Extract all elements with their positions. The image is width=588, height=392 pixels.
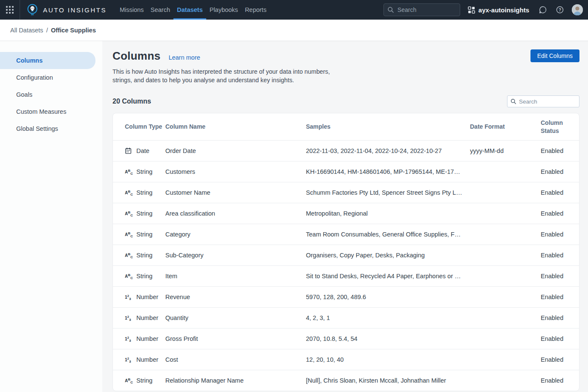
edit-columns-button[interactable]: Edit Columns <box>530 49 579 62</box>
number-icon: 123 <box>125 293 132 301</box>
workspace-icon <box>468 6 475 14</box>
column-type-label: String <box>136 189 153 196</box>
samples-cell: Schumm Factories Pty Ltd, Spencer Street… <box>306 189 470 196</box>
help-icon: ? <box>556 6 564 14</box>
nav-item-datasets[interactable]: Datasets <box>173 0 206 20</box>
column-type-label: String <box>136 377 153 384</box>
page-description: This is how Auto Insights has interprete… <box>112 67 339 84</box>
string-icon: ABC <box>125 210 132 217</box>
column-status-cell: Enabled <box>541 252 579 259</box>
samples-cell: [Null], Chris Sloan, Kirsten Mccall, Joh… <box>306 377 470 384</box>
primary-nav: Missions Search Datasets Playbooks Repor… <box>116 0 270 20</box>
sidebar-item-custom-measures[interactable]: Custom Measures <box>0 103 102 120</box>
sidebar-item-global-settings[interactable]: Global Settings <box>0 120 102 137</box>
column-status-cell: Enabled <box>541 314 579 321</box>
samples-cell: KH-16690144, HM-148601406, MP-17965144, … <box>306 168 470 175</box>
column-status-cell: Enabled <box>541 168 579 175</box>
column-status-cell: Enabled <box>541 231 579 238</box>
column-type-label: String <box>136 231 153 238</box>
column-type-label: String <box>136 210 153 217</box>
page-title: Columns <box>112 49 161 63</box>
column-name-cell: Item <box>165 273 306 280</box>
column-status-cell: Enabled <box>541 210 579 217</box>
brand-logo[interactable]: AUTO INSIGHTS <box>20 4 107 16</box>
table-body: Date Order Date 2022-11-03, 2022-11-04, … <box>113 140 579 391</box>
topbar-right: ayx-autoinsights ? <box>383 3 588 16</box>
string-icon: ABC <box>125 272 132 280</box>
search-icon <box>510 98 516 104</box>
column-status-cell: Enabled <box>541 335 579 342</box>
breadcrumb-all-datasets[interactable]: All Datasets <box>10 27 43 34</box>
calendar-icon <box>125 147 132 154</box>
samples-cell: Sit to Stand Desks, Recycled A4 Paper, E… <box>306 273 470 280</box>
samples-cell: 2022-11-03, 2022-11-04, 2022-10-24, 2022… <box>306 147 470 154</box>
column-status-cell: Enabled <box>541 294 579 300</box>
header-column-type: Column Type <box>125 123 165 131</box>
breadcrumb-separator: / <box>46 27 48 34</box>
string-icon: ABC <box>125 231 132 238</box>
svg-text:?: ? <box>559 8 561 12</box>
brand-name: AUTO INSIGHTS <box>43 6 107 14</box>
samples-cell: Organisers, Copy Paper, Desks, Packaging <box>306 252 470 259</box>
column-status-cell: Enabled <box>541 356 579 363</box>
number-icon: 123 <box>125 314 132 322</box>
date-format-cell: yyyy-MM-dd <box>470 147 541 154</box>
column-type-label: Number <box>136 356 159 363</box>
column-name-cell: Cost <box>165 356 306 363</box>
table-row: Date Order Date 2022-11-03, 2022-11-04, … <box>113 140 579 161</box>
header-column-name: Column Name <box>165 123 306 131</box>
samples-cell: 2070, 10.8, 5.4, 54 <box>306 335 470 342</box>
help-button[interactable]: ? <box>555 5 565 15</box>
global-search-input[interactable] <box>383 3 460 16</box>
number-icon: 123 <box>125 356 132 363</box>
column-type-label: String <box>136 168 153 175</box>
samples-cell: 4, 2, 3, 1 <box>306 314 470 321</box>
header-date-format: Date Format <box>470 123 541 131</box>
string-icon: ABC <box>125 168 132 176</box>
column-name-cell: Category <box>165 231 306 238</box>
sidebar-item-goals[interactable]: Goals <box>0 86 102 103</box>
table-row: 123 Number Cost 12, 20, 10, 40 Enabled <box>113 349 579 370</box>
nav-item-search[interactable]: Search <box>147 0 173 20</box>
table-row: 123 Number Revenue 5970, 128, 200, 489.6… <box>113 286 579 307</box>
workspace-name: ayx-autoinsights <box>478 6 529 14</box>
table-row: 123 Number Quantity 4, 2, 3, 1 Enabled <box>113 307 579 328</box>
sidebar-item-configuration[interactable]: Configuration <box>0 69 102 86</box>
column-status-cell: Enabled <box>541 377 579 384</box>
workspace-switcher[interactable]: ayx-autoinsights <box>468 6 529 14</box>
nav-item-playbooks[interactable]: Playbooks <box>206 0 242 20</box>
user-avatar[interactable] <box>572 4 583 15</box>
samples-cell: Metropolitan, Regional <box>306 210 470 217</box>
column-name-cell: Customers <box>165 168 306 175</box>
number-icon: 123 <box>125 335 132 343</box>
column-type-label: String <box>136 273 153 280</box>
waffle-icon <box>6 6 14 14</box>
search-icon <box>387 6 394 13</box>
columns-table: Column Type Column Name Samples Date For… <box>112 113 579 391</box>
column-name-cell: Order Date <box>165 147 306 154</box>
table-header: Column Type Column Name Samples Date For… <box>113 113 579 140</box>
column-name-cell: Sub-Category <box>165 252 306 259</box>
nav-item-missions[interactable]: Missions <box>116 0 147 20</box>
column-status-cell: Enabled <box>541 273 579 280</box>
column-name-cell: Area classification <box>165 210 306 217</box>
breadcrumb: All Datasets / Office Supplies <box>0 20 588 41</box>
main-content: Columns Learn more This is how Auto Insi… <box>102 41 588 392</box>
learn-more-link[interactable]: Learn more <box>169 54 200 61</box>
table-row: ABC String Customers KH-16690144, HM-148… <box>113 161 579 182</box>
table-row: ABC String Category Team Room Consumable… <box>113 224 579 245</box>
sidebar-item-columns[interactable]: Columns <box>0 52 95 69</box>
table-row: ABC String Area classification Metropoli… <box>113 203 579 224</box>
table-row: 123 Number Gross Profit 2070, 10.8, 5.4,… <box>113 328 579 349</box>
samples-cell: 5970, 128, 200, 489.6 <box>306 294 470 300</box>
table-search <box>507 95 579 107</box>
table-search-input[interactable] <box>507 95 579 107</box>
app-grid-icon[interactable] <box>0 0 20 20</box>
column-status-cell: Enabled <box>541 189 579 196</box>
global-search <box>383 3 460 16</box>
column-name-cell: Gross Profit <box>165 335 306 342</box>
column-name-cell: Revenue <box>165 294 306 300</box>
nav-item-reports[interactable]: Reports <box>242 0 270 20</box>
table-row: ABC String Sub-Category Organisers, Copy… <box>113 245 579 265</box>
feedback-button[interactable] <box>538 5 548 15</box>
